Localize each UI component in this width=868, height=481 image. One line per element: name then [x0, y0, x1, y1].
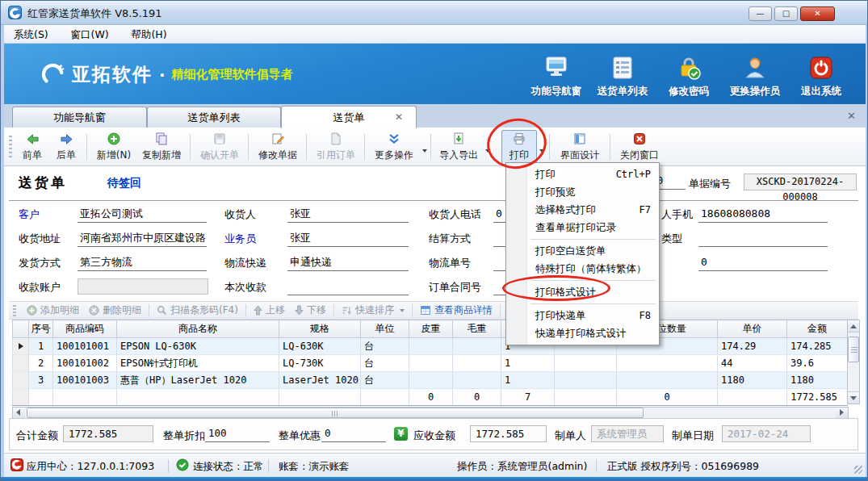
table-row[interactable]: 1 100101001 EPSON LQ-630K LQ-630K 台 1 17…	[13, 338, 848, 355]
receivable-value: 1772.585	[470, 425, 547, 442]
reduction-value[interactable]: 0	[321, 425, 386, 442]
menu-separator	[506, 236, 659, 242]
close-button[interactable]: ✕	[800, 6, 835, 21]
banner-action-change-password[interactable]: 修改密码	[655, 55, 723, 98]
tracking-no-label: 物流单号	[429, 256, 471, 270]
banner-action-switch-user[interactable]: 更换操作员	[721, 55, 789, 98]
consignee-phone-label: 收货人电话	[429, 207, 481, 222]
order-no-value[interactable]: XSCKD-20170224-000008	[744, 174, 857, 190]
plus-circle-gray-icon	[27, 305, 37, 316]
numeric-field[interactable]: 0	[698, 253, 828, 271]
col-price[interactable]: 单价	[718, 320, 787, 338]
copy-new-button[interactable]: 复制新增	[136, 131, 187, 164]
brand-slogan: 精细化管理软件倡导者	[172, 67, 293, 82]
tab-delivery-order[interactable]: 送货单 ✕	[281, 106, 417, 128]
menu-item-print-preview[interactable]: 打印预览	[506, 183, 659, 201]
banner-action-nav[interactable]: 功能导航窗	[522, 55, 590, 98]
col-gross[interactable]: 毛重	[453, 320, 501, 338]
col-amount[interactable]: 金额	[787, 320, 848, 338]
table-row[interactable]: 2 100101002 EPSON针式打印机 LQ-730K 台 1 44 39…	[13, 355, 848, 372]
col-unit[interactable]: 单位	[361, 320, 409, 338]
menu-system[interactable]: 系统(S)	[4, 25, 58, 42]
scroll-up-button[interactable]	[848, 320, 859, 333]
prev-order-button[interactable]: 前单	[15, 131, 49, 164]
vertical-scrollbar[interactable]	[847, 320, 860, 404]
menu-item-print-express-sheet[interactable]: 打印快递单 F8	[506, 307, 659, 324]
more-actions-button[interactable]: 更多操作	[369, 131, 419, 164]
receive-account-field[interactable]	[78, 278, 208, 295]
add-detail-button[interactable]: 添加明细	[22, 303, 84, 317]
move-up-button[interactable]: 上移	[249, 303, 290, 317]
col-name[interactable]: 商品名称	[117, 320, 279, 338]
menu-item-view-print-log[interactable]: 查看单据打印记录	[506, 219, 659, 236]
order-page: 送货单 待签回 0 单据编号 XSCKD-20170224-000008 客户 …	[4, 166, 866, 453]
scan-barcode-button[interactable]: 扫描条形码(F4)	[152, 303, 243, 317]
save-icon	[213, 132, 226, 148]
print-button[interactable]: 打印	[501, 130, 537, 165]
ship-address-field[interactable]: 河南省郑州市中原区建设路	[78, 229, 207, 247]
consignee-field[interactable]: 张亚	[287, 205, 409, 223]
resize-grip[interactable]	[854, 466, 862, 474]
menu-item-special-print[interactable]: 特殊打印（简体转繁体）	[506, 260, 659, 278]
tab-order-list[interactable]: 送货单列表	[147, 107, 281, 128]
ship-method-field[interactable]: 第三方物流	[78, 253, 207, 271]
scroll-left-button[interactable]	[13, 408, 25, 418]
type-field[interactable]	[698, 229, 828, 247]
quick-sort-button[interactable]: 快速排序	[337, 303, 409, 317]
import-export-caret-icon[interactable]	[485, 149, 490, 153]
horizontal-scrollbar[interactable]	[12, 407, 849, 419]
menu-item-print-blank-order[interactable]: 打印空白送货单	[506, 242, 659, 260]
menu-window[interactable]: 窗口(W)	[61, 25, 119, 42]
customer-field[interactable]: 亚拓公司测试	[78, 205, 207, 223]
copy-icon	[155, 132, 168, 148]
printer-icon	[513, 132, 526, 148]
scroll-right-button[interactable]	[836, 408, 848, 418]
col-seq[interactable]: 序号	[29, 320, 53, 338]
salesman-field[interactable]: 张亚	[287, 229, 409, 247]
banner-action-order-list[interactable]: 送货单列表	[589, 55, 656, 98]
tab-close-icon[interactable]: ✕	[395, 111, 403, 123]
logistics-field[interactable]: 申通快递	[287, 253, 409, 271]
col-code[interactable]: 商品编码	[53, 320, 117, 338]
import-export-button[interactable]: 导入导出	[435, 131, 482, 164]
move-down-button[interactable]: 下移	[290, 303, 331, 317]
minimize-button[interactable]: —	[748, 6, 772, 21]
layout-icon	[573, 132, 586, 148]
table-row[interactable]: 3 100101003 惠普（HP）LaserJet 1020 LaserJet…	[13, 372, 848, 389]
menu-help[interactable]: 帮助(H)	[121, 25, 176, 42]
print-caret-icon[interactable]	[539, 149, 544, 153]
scroll-down-button[interactable]	[848, 391, 859, 404]
menu-item-print-format-design[interactable]: 打印格式设计	[506, 283, 659, 301]
vertical-scroll-thumb[interactable]	[848, 337, 859, 362]
status-bar: 应用中心：127.0.0.1:7093 连接状态：正常 账套：演示账套 操作员：…	[4, 453, 866, 477]
next-order-button[interactable]: 后单	[49, 131, 83, 164]
menu-item-select-format-print[interactable]: 选择格式打印 F7	[506, 201, 659, 219]
close-window-button[interactable]: 关闭窗口	[614, 131, 665, 164]
double-chevron-down-icon	[388, 132, 400, 148]
menu-item-express-format-design[interactable]: 快递单打印格式设计	[506, 324, 659, 342]
tab-nav-window[interactable]: 功能导航窗	[12, 107, 147, 128]
salesman-label[interactable]: 业务员	[224, 232, 256, 246]
payment-now-field[interactable]	[287, 278, 409, 295]
consignee-mobile-field[interactable]: 18608080808	[698, 205, 828, 223]
consignee-mobile-label: 人手机	[661, 207, 693, 222]
horizontal-scroll-thumb[interactable]	[27, 408, 644, 418]
edit-order-button[interactable]: 修改单据	[253, 131, 303, 164]
customer-label[interactable]: 客户	[19, 207, 40, 222]
more-actions-caret-icon[interactable]	[422, 149, 427, 153]
creator-value: 系统管理员	[591, 425, 664, 442]
delete-detail-button[interactable]: 删除明细	[84, 303, 146, 317]
tabstrip-close-icon[interactable]: ✕	[847, 110, 856, 122]
menu-item-print[interactable]: 打印 Ctrl+P	[506, 165, 659, 183]
col-spec[interactable]: 规格	[279, 320, 361, 338]
banner-action-exit[interactable]: 退出系统	[787, 55, 855, 98]
new-order-button[interactable]: 新增(N)	[91, 131, 136, 164]
view-product-detail-button[interactable]: 查看商品详情	[415, 303, 497, 317]
ui-design-button[interactable]: 界面设计	[555, 131, 605, 164]
discount-value[interactable]: 100	[205, 425, 270, 442]
col-tare[interactable]: 皮重	[409, 320, 453, 338]
total-amount-label: 合计金额	[16, 429, 58, 443]
menu-separator	[506, 301, 659, 307]
maximize-button[interactable]: □	[774, 6, 798, 21]
payment-now-label: 本次收款	[224, 280, 266, 295]
